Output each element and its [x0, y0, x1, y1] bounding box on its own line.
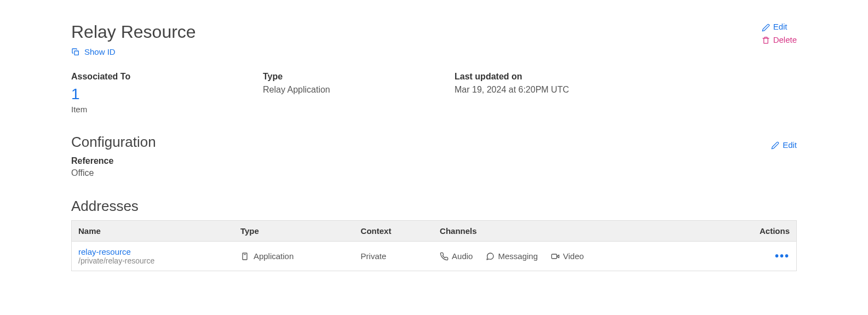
phone-icon	[440, 251, 449, 261]
pencil-icon	[771, 140, 779, 150]
type-value: Relay Application	[263, 85, 444, 95]
svg-rect-0	[74, 51, 78, 55]
associated-count: 1	[71, 85, 252, 104]
more-actions-button[interactable]: •••	[775, 250, 790, 262]
svg-rect-3	[551, 254, 556, 259]
address-path: /private/relay-resource	[78, 256, 227, 265]
address-type: Application	[254, 251, 294, 261]
col-name: Name	[72, 220, 234, 241]
svg-rect-1	[243, 253, 247, 260]
configuration-title: Configuration	[71, 134, 156, 151]
config-edit-label: Edit	[783, 140, 797, 150]
channel-video: Video	[563, 251, 584, 261]
trash-icon	[762, 35, 770, 45]
delete-button[interactable]: Delete	[762, 35, 797, 45]
message-icon	[486, 251, 495, 261]
show-id-label: Show ID	[84, 47, 116, 56]
copy-icon	[71, 47, 80, 56]
col-type: Type	[234, 220, 354, 241]
channel-messaging: Messaging	[498, 251, 538, 261]
edit-button[interactable]: Edit	[762, 22, 787, 32]
addresses-table: Name Type Context Channels Actions relay…	[71, 220, 797, 271]
edit-label: Edit	[773, 22, 787, 31]
col-channels: Channels	[433, 220, 717, 241]
address-context: Private	[354, 241, 434, 271]
associated-unit: Item	[71, 105, 252, 114]
updated-value: Mar 19, 2024 at 6:20PM UTC	[455, 85, 569, 95]
address-name-link[interactable]: relay-resource	[78, 247, 227, 256]
type-label: Type	[263, 72, 444, 82]
show-id-button[interactable]: Show ID	[71, 47, 196, 56]
reference-label: Reference	[71, 156, 797, 166]
pencil-icon	[762, 22, 770, 32]
col-actions: Actions	[718, 220, 797, 241]
table-row: relay-resource /private/relay-resource A…	[72, 241, 797, 271]
associated-to-label: Associated To	[71, 72, 252, 82]
updated-label: Last updated on	[455, 72, 569, 82]
channel-audio: Audio	[452, 251, 473, 261]
col-context: Context	[354, 220, 434, 241]
application-icon	[240, 251, 249, 261]
reference-value: Office	[71, 168, 797, 178]
delete-label: Delete	[773, 35, 797, 44]
video-icon	[551, 251, 560, 261]
addresses-title: Addresses	[71, 198, 797, 215]
config-edit-button[interactable]: Edit	[771, 140, 797, 150]
page-title: Relay Resource	[71, 22, 196, 42]
